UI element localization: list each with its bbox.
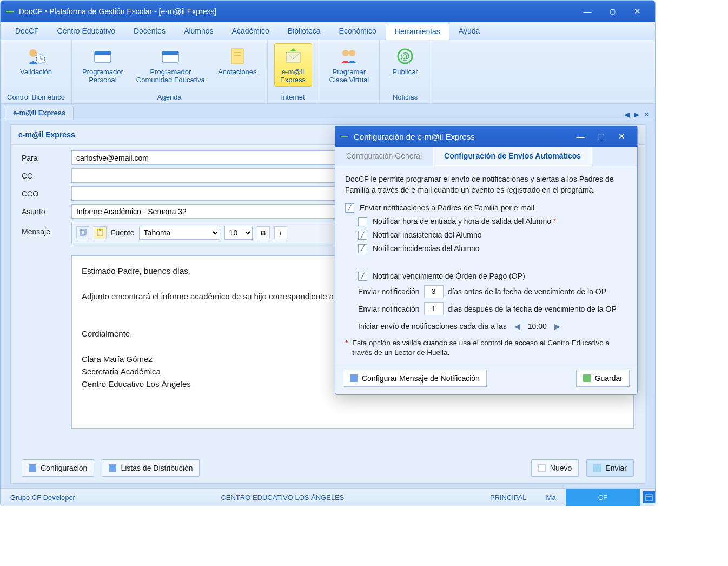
ribbon-programador-comunidad-educativa[interactable]: ProgramadorComunidad Educativa (133, 43, 209, 87)
menu-doccf[interactable]: DocCF (6, 22, 48, 40)
ribbon-item-label: e-m@ilExpress (280, 68, 306, 84)
ribbon-group: e-m@ilExpressInternet (268, 40, 319, 103)
ribbon-publicar[interactable]: @Publicar (386, 43, 424, 78)
menu-ayuda[interactable]: Ayuda (449, 22, 489, 40)
menu-alumnos[interactable]: Alumnos (175, 22, 222, 40)
ribbon-validaci-n[interactable]: Validación (16, 43, 56, 78)
svg-point-13 (342, 50, 349, 56)
user-clock-icon (25, 46, 46, 67)
ribbon-programador-personal[interactable]: ProgramadorPersonal (78, 43, 127, 87)
before-label-a: Enviar notificación (358, 287, 420, 296)
close-button[interactable] (625, 1, 650, 22)
ribbon-programar-clase-virtual[interactable]: ProgramarClase Virtual (326, 43, 373, 87)
tab-general[interactable]: Configuración General (335, 147, 433, 166)
listas-button[interactable]: Listas de Distribución (102, 459, 200, 477)
enviar-button[interactable]: Enviar (586, 459, 634, 477)
app-window: DocCF • Plataforma de Gestión Escolar - … (0, 0, 656, 506)
square-icon (350, 374, 358, 382)
nuevo-button[interactable]: Nuevo (531, 459, 579, 477)
minimize-button[interactable] (575, 1, 600, 22)
paste-icon[interactable] (94, 226, 107, 239)
status-center: CENTRO EDUCATIVO LOS ÁNGELES (85, 493, 480, 502)
status-user: PRINCIPAL (480, 493, 537, 502)
font-select[interactable]: Tahoma (139, 226, 220, 240)
days-before-input[interactable] (424, 285, 444, 298)
chk-incident[interactable] (358, 244, 367, 253)
chk-incident-label: Notificar incidencias del Alumno (373, 244, 480, 253)
ribbon-anotaciones[interactable]: Anotaciones (214, 43, 261, 87)
menu-docentes[interactable]: Docentes (124, 22, 175, 40)
status-left: Grupo CF Developer (1, 493, 85, 502)
config-button[interactable]: Configuración (22, 459, 94, 477)
time-next-icon[interactable]: ▶ (554, 322, 560, 331)
ribbon: ValidaciónControl BiométricoProgramadorP… (1, 40, 655, 104)
menu-biblioteca[interactable]: Biblioteca (279, 22, 330, 40)
menu-económico[interactable]: Económico (330, 22, 386, 40)
svg-point-0 (29, 49, 37, 57)
ribbon-item-label: Publicar (393, 68, 418, 76)
italic-button[interactable]: I (274, 226, 287, 239)
group-icon (339, 46, 359, 67)
svg-point-14 (349, 50, 355, 56)
svg-rect-12 (286, 52, 300, 62)
after-label-a: Enviar notificación (358, 305, 420, 313)
ribbon-e-m-il-express[interactable]: e-m@ilExpress (274, 43, 312, 87)
at-icon: @ (395, 46, 415, 67)
chk-main-label: Enviar notificaciones a Padres de Famili… (360, 203, 534, 212)
menu-herramientas[interactable]: Herramientas (386, 23, 449, 40)
before-label-b: días antes de la fecha de vencimiento de… (448, 287, 606, 296)
square-icon (583, 374, 591, 382)
chk-main[interactable] (345, 203, 354, 213)
chk-absence-label: Notificar inasistencia del Alumno (373, 231, 482, 239)
chk-absence[interactable] (358, 231, 367, 240)
svg-marker-11 (290, 48, 296, 51)
dialog-close-button[interactable]: ✕ (611, 131, 632, 141)
card-icon (160, 46, 181, 67)
svg-rect-7 (162, 51, 178, 55)
ribbon-group-label: Internet (281, 91, 305, 103)
ribbon-item-label: ProgramadorComunidad Educativa (136, 68, 205, 84)
save-label: Guardar (595, 374, 623, 383)
bold-button[interactable]: B (257, 226, 270, 239)
ribbon-group: @PublicarNoticias (380, 40, 431, 103)
svg-rect-8 (231, 49, 243, 64)
days-after-input[interactable] (424, 302, 444, 315)
svg-text:@: @ (400, 51, 410, 62)
window-title: DocCF • Plataforma de Gestión Escolar - … (19, 7, 216, 16)
svg-rect-5 (95, 51, 111, 55)
dialog-minimize-button[interactable]: — (570, 132, 591, 141)
config-notify-label: Configurar Mensaje de Notificación (362, 374, 480, 383)
save-button[interactable]: Guardar (576, 370, 630, 387)
panel-buttons: Configuración Listas de Distribución Nue… (22, 459, 634, 477)
maximize-button[interactable] (600, 1, 625, 22)
copy-icon[interactable] (76, 226, 89, 239)
tab-prev-icon[interactable]: ◀ (623, 109, 631, 120)
chk-entry[interactable] (358, 217, 367, 226)
app-icon (6, 11, 14, 12)
dialog-body: DocCF le permite programar el envío de n… (335, 166, 637, 364)
calendar-icon[interactable] (643, 491, 655, 503)
ribbon-group-label: Control Biométrico (7, 91, 65, 103)
time-prev-icon[interactable]: ◀ (514, 322, 520, 331)
menu-académico[interactable]: Académico (223, 22, 279, 40)
ribbon-group: ProgramarClase Virtual (319, 40, 380, 103)
tab-auto-send[interactable]: Configuración de Envíos Automáticos (433, 147, 592, 166)
size-select[interactable]: 10 (224, 226, 253, 240)
ribbon-item-label: Validación (20, 68, 52, 76)
dialog-maximize-button[interactable]: ▢ (591, 131, 611, 141)
asunto-label: Asunto (22, 207, 71, 216)
menubar: DocCFCentro EducativoDocentesAlumnosAcad… (1, 22, 655, 40)
menu-centro-educativo[interactable]: Centro Educativo (48, 22, 124, 40)
tab-email-express[interactable]: e-m@il Express (5, 106, 74, 120)
dialog-tabs: Configuración General Configuración de E… (335, 147, 637, 166)
mail-icon (283, 46, 303, 67)
chk-payment[interactable] (358, 272, 367, 281)
cc-label: CC (22, 172, 71, 180)
asterisk-icon: * (345, 338, 348, 359)
mensaje-label: Mensaje (22, 222, 71, 236)
svg-rect-21 (646, 495, 652, 501)
tab-close-icon[interactable]: ✕ (643, 109, 651, 120)
config-notify-button[interactable]: Configurar Mensaje de Notificación (343, 370, 487, 387)
tab-next-icon[interactable]: ▶ (633, 109, 640, 120)
enviar-label: Enviar (605, 464, 627, 472)
